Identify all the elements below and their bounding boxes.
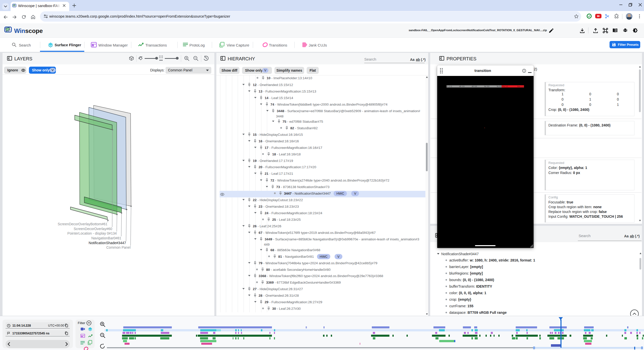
svg-text:Common Panel: Common Panel bbox=[106, 245, 131, 249]
svg-text:ScreenDecorOverlayBottom#61: ScreenDecorOverlayBottom#61 bbox=[58, 222, 107, 226]
svg-text:ScreenDecorOverlay#60: ScreenDecorOverlay#60 bbox=[74, 227, 112, 231]
svg-text:PointerLocation - display 0#13: PointerLocation - display 0#134 bbox=[67, 231, 117, 235]
svg-text:NavigationBar0#81: NavigationBar0#81 bbox=[91, 236, 121, 240]
svg-text:NotificationShade#3447: NotificationShade#3447 bbox=[89, 241, 126, 245]
